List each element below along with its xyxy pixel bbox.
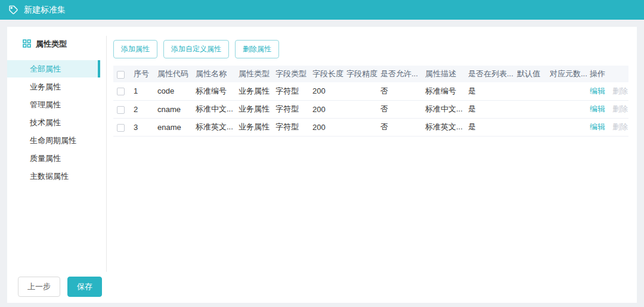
cell-field-type: 字符型 <box>273 82 310 100</box>
cell-name: 标准中文... <box>193 100 236 118</box>
sidebar-title: 属性类型 <box>7 39 106 49</box>
table-body: 1code标准编号业务属性字符型200否标准编号是编辑删除2cname标准中文.… <box>113 82 628 136</box>
cell-code: code <box>155 82 193 100</box>
previous-step-button[interactable]: 上一步 <box>18 277 60 297</box>
cell-code: cname <box>155 100 193 118</box>
edit-link[interactable]: 编辑 <box>590 86 605 95</box>
save-button[interactable]: 保存 <box>67 277 102 297</box>
cell-in-list: 是 <box>466 118 515 136</box>
table-row: 3ename标准英文...业务属性字符型200否标准英文...是编辑删除 <box>113 118 628 136</box>
row-checkbox-cell <box>113 82 131 100</box>
sidebar-item-lifecycle[interactable]: 生命周期属性 <box>7 132 100 149</box>
delete-link[interactable]: 删除 <box>612 122 628 131</box>
cell-default <box>515 100 547 118</box>
select-all-checkbox[interactable] <box>117 71 125 79</box>
column-header-length: 字段长度 <box>310 66 344 82</box>
column-header-code: 属性代码 <box>155 66 193 82</box>
footer-actions: 上一步 保存 <box>18 277 102 297</box>
sidebar-item-management[interactable]: 管理属性 <box>7 96 100 113</box>
cell-operations: 编辑删除 <box>587 118 628 136</box>
cell-metadata <box>547 118 587 136</box>
cell-operations: 编辑删除 <box>587 82 628 100</box>
cell-nullable: 否 <box>378 118 423 136</box>
cell-desc: 标准中文... <box>423 100 466 118</box>
sidebar-item-list: 全部属性业务属性管理属性技术属性生命周期属性质量属性主数据属性 <box>7 60 106 185</box>
cell-seq: 3 <box>131 118 155 136</box>
add-attribute-button[interactable]: 添加属性 <box>113 40 157 58</box>
row-checkbox[interactable] <box>117 106 125 114</box>
column-header-default: 默认值 <box>515 66 547 82</box>
cell-name: 标准编号 <box>193 82 236 100</box>
cell-length: 200 <box>310 100 344 118</box>
cell-metadata <box>547 100 587 118</box>
cell-default <box>515 118 547 136</box>
cell-desc: 标准英文... <box>423 118 466 136</box>
grid-icon <box>23 39 31 49</box>
edit-link[interactable]: 编辑 <box>590 122 605 131</box>
cell-precision <box>344 118 378 136</box>
cell-in-list: 是 <box>466 82 515 100</box>
select-all-header-cell <box>113 66 131 82</box>
delete-link[interactable]: 删除 <box>612 86 628 95</box>
sidebar: 属性类型 全部属性业务属性管理属性技术属性生命周期属性质量属性主数据属性 <box>7 27 106 303</box>
cell-name: 标准英文... <box>193 118 236 136</box>
column-header-name: 属性名称 <box>193 66 236 82</box>
sidebar-item-masterdata[interactable]: 主数据属性 <box>7 168 100 185</box>
column-header-seq: 序号 <box>131 66 155 82</box>
cell-metadata <box>547 82 587 100</box>
cell-field-type: 字符型 <box>273 118 310 136</box>
column-header-attr-type: 属性类型 <box>236 66 273 82</box>
content-card: 属性类型 全部属性业务属性管理属性技术属性生命周期属性质量属性主数据属性 添加属… <box>7 27 637 303</box>
tag-icon <box>8 5 18 15</box>
cell-desc: 标准编号 <box>423 82 466 100</box>
cell-field-type: 字符型 <box>273 100 310 118</box>
delete-link[interactable]: 删除 <box>612 104 628 113</box>
column-header-metadata: 对应元数... <box>547 66 587 82</box>
row-checkbox-cell <box>113 118 131 136</box>
table-row: 2cname标准中文...业务属性字符型200否标准中文...是编辑删除 <box>113 100 628 118</box>
app-header: 新建标准集 <box>0 0 644 20</box>
cell-seq: 2 <box>131 100 155 118</box>
sidebar-item-technical[interactable]: 技术属性 <box>7 114 100 131</box>
cell-length: 200 <box>310 118 344 136</box>
table-header-row: 序号属性代码属性名称属性类型字段类型字段长度字段精度是否允许...属性描述是否在… <box>113 66 628 82</box>
column-header-precision: 字段精度 <box>344 66 378 82</box>
page-title: 新建标准集 <box>24 5 66 15</box>
cell-attr-type: 业务属性 <box>236 100 273 118</box>
row-checkbox[interactable] <box>117 124 125 132</box>
row-checkbox-cell <box>113 100 131 118</box>
main-panel: 添加属性添加自定义属性删除属性 序号属性代码属性名称属性类型字段类型字段长度字段… <box>106 27 637 303</box>
cell-precision <box>344 100 378 118</box>
column-header-in-list: 是否在列表... <box>466 66 515 82</box>
cell-seq: 1 <box>131 82 155 100</box>
edit-link[interactable]: 编辑 <box>590 104 605 113</box>
row-checkbox[interactable] <box>117 88 125 95</box>
cell-operations: 编辑删除 <box>587 100 628 118</box>
add-custom-attribute-button[interactable]: 添加自定义属性 <box>163 40 229 58</box>
cell-attr-type: 业务属性 <box>236 118 273 136</box>
cell-attr-type: 业务属性 <box>236 82 273 100</box>
column-header-operations: 操作 <box>587 66 628 82</box>
toolbar: 添加属性添加自定义属性删除属性 <box>113 40 628 58</box>
cell-code: ename <box>155 118 193 136</box>
cell-default <box>515 82 547 100</box>
table-row: 1code标准编号业务属性字符型200否标准编号是编辑删除 <box>113 82 628 100</box>
column-header-field-type: 字段类型 <box>273 66 310 82</box>
column-header-desc: 属性描述 <box>423 66 466 82</box>
attributes-table: 序号属性代码属性名称属性类型字段类型字段长度字段精度是否允许...属性描述是否在… <box>113 66 628 137</box>
sidebar-item-quality[interactable]: 质量属性 <box>7 150 100 167</box>
cell-precision <box>344 82 378 100</box>
cell-length: 200 <box>310 82 344 100</box>
cell-nullable: 否 <box>378 100 423 118</box>
sidebar-item-all[interactable]: 全部属性 <box>7 60 100 77</box>
cell-nullable: 否 <box>378 82 423 100</box>
sidebar-divider <box>106 36 107 272</box>
cell-in-list: 是 <box>466 100 515 118</box>
sidebar-item-business[interactable]: 业务属性 <box>7 78 100 95</box>
sidebar-title-label: 属性类型 <box>36 39 67 49</box>
column-header-nullable: 是否允许... <box>378 66 423 82</box>
delete-attribute-button[interactable]: 删除属性 <box>235 40 279 58</box>
